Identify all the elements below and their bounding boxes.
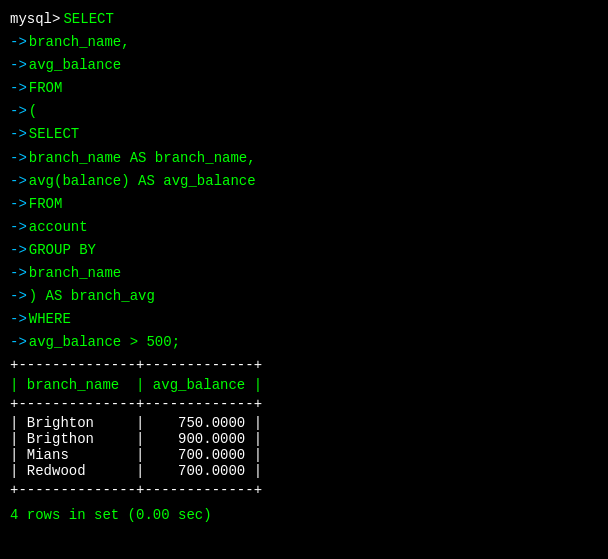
query-line-9: -> FROM [10, 193, 598, 216]
mysql-prompt: mysql> [10, 8, 60, 31]
sql-from-1: FROM [29, 77, 63, 100]
query-line-1: mysql> SELECT [10, 8, 598, 31]
sql-condition: avg_balance > 500; [29, 331, 180, 354]
query-line-8: -> avg(balance) AS avg_balance [10, 170, 598, 193]
sql-query: mysql> SELECT -> branch_name, -> avg_bal… [10, 8, 598, 354]
continuation-arrow-3: -> [10, 54, 27, 77]
continuation-arrow-6: -> [10, 123, 27, 146]
query-line-11: -> GROUP BY [10, 239, 598, 262]
sql-select-2: SELECT [29, 123, 79, 146]
sql-branch-name-2: branch_name [29, 262, 121, 285]
continuation-arrow-11: -> [10, 239, 27, 262]
sql-where: WHERE [29, 308, 71, 331]
sql-from-2: FROM [29, 193, 63, 216]
sql-close-paren: ) AS branch_avg [29, 285, 155, 308]
sql-select-1: SELECT [63, 8, 113, 31]
sql-account: account [29, 216, 88, 239]
query-line-2: -> branch_name, [10, 31, 598, 54]
table-header-row: | branch_name | avg_balance | [10, 377, 598, 393]
query-line-4: -> FROM [10, 77, 598, 100]
continuation-arrow-7: -> [10, 147, 27, 170]
continuation-arrow-5: -> [10, 100, 27, 123]
query-line-13: -> ) AS branch_avg [10, 285, 598, 308]
query-line-3: -> avg_balance [10, 54, 598, 77]
sql-group-by: GROUP BY [29, 239, 96, 262]
sql-open-paren: ( [29, 100, 37, 123]
table-row-brigthon: | Brigthon | 900.0000 | [10, 431, 598, 447]
continuation-arrow-15: -> [10, 331, 27, 354]
continuation-arrow-14: -> [10, 308, 27, 331]
table-row-brigthon-content: | Brigthon | 900.0000 | [10, 431, 262, 447]
table-divider-bottom: +--------------+-------------+ [10, 479, 598, 501]
sql-avg-as: avg(balance) AS avg_balance [29, 170, 256, 193]
result-summary: 4 rows in set (0.00 sec) [10, 504, 598, 526]
continuation-arrow-10: -> [10, 216, 27, 239]
terminal: mysql> SELECT -> branch_name, -> avg_bal… [0, 0, 608, 559]
table-header-content: | branch_name | avg_balance | [10, 377, 262, 393]
query-line-5: -> ( [10, 100, 598, 123]
continuation-arrow-12: -> [10, 262, 27, 285]
table-row-mians-content: | Mians | 700.0000 | [10, 447, 262, 463]
table-row-redwood-content: | Redwood | 700.0000 | [10, 463, 262, 479]
query-line-14: -> WHERE [10, 308, 598, 331]
sql-branch-as: branch_name AS branch_name, [29, 147, 256, 170]
continuation-arrow-8: -> [10, 170, 27, 193]
table-row-brighton: | Brighton | 750.0000 | [10, 415, 598, 431]
continuation-arrow-13: -> [10, 285, 27, 308]
table-output: +--------------+-------------+ | branch_… [10, 354, 598, 501]
query-line-12: -> branch_name [10, 262, 598, 285]
table-row-mians: | Mians | 700.0000 | [10, 447, 598, 463]
query-line-15: -> avg_balance > 500; [10, 331, 598, 354]
query-line-6: -> SELECT [10, 123, 598, 146]
table-row-redwood: | Redwood | 700.0000 | [10, 463, 598, 479]
sql-avg-balance: avg_balance [29, 54, 121, 77]
table-row-brighton-content: | Brighton | 750.0000 | [10, 415, 262, 431]
sql-branch-name: branch_name, [29, 31, 130, 54]
table-divider-mid: +--------------+-------------+ [10, 393, 598, 415]
query-line-10: -> account [10, 216, 598, 239]
continuation-arrow-9: -> [10, 193, 27, 216]
table-divider-top: +--------------+-------------+ [10, 354, 598, 376]
continuation-arrow-4: -> [10, 77, 27, 100]
query-line-7: -> branch_name AS branch_name, [10, 147, 598, 170]
continuation-arrow-2: -> [10, 31, 27, 54]
